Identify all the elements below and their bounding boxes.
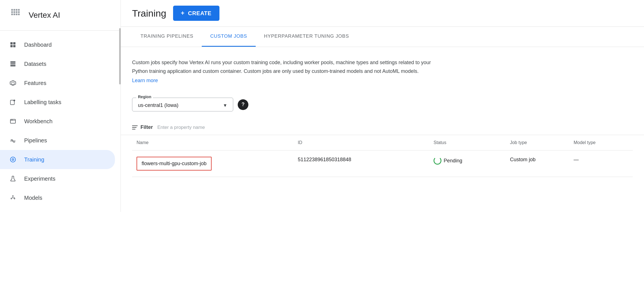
sidebar-item-label-models: Models bbox=[24, 195, 42, 201]
content-area: Custom jobs specify how Vertex AI runs y… bbox=[121, 47, 644, 287]
create-button[interactable]: + CREATE bbox=[173, 6, 219, 21]
job-id-cell: 5112238961850318848 bbox=[293, 151, 429, 177]
region-help-icon[interactable]: ? bbox=[238, 99, 248, 110]
svg-rect-16 bbox=[10, 61, 15, 63]
svg-rect-17 bbox=[10, 63, 15, 64]
svg-point-30 bbox=[14, 198, 15, 199]
sidebar-item-pipelines[interactable]: Pipelines bbox=[0, 131, 115, 150]
svg-rect-3 bbox=[11, 11, 13, 13]
svg-rect-2 bbox=[16, 9, 17, 11]
job-name-cell[interactable]: flowers-multi-gpu-custom-job bbox=[132, 151, 293, 177]
workbench-icon bbox=[8, 117, 17, 126]
job-status-cell: Pending bbox=[429, 151, 505, 177]
status-pending-label: Pending bbox=[444, 158, 462, 164]
sidebar-item-experiments[interactable]: Experiments bbox=[0, 169, 115, 188]
region-select[interactable]: Region us-central1 (Iowa) ▼ bbox=[132, 98, 233, 111]
region-area: Region us-central1 (Iowa) ▼ ? bbox=[121, 92, 644, 120]
app-title: Vertex AI bbox=[29, 11, 60, 20]
svg-rect-8 bbox=[16, 14, 17, 15]
sidebar: Vertex AI Dashboard Datasets bbox=[0, 0, 121, 287]
svg-point-23 bbox=[11, 120, 12, 120]
svg-rect-1 bbox=[13, 9, 15, 11]
features-icon bbox=[8, 79, 17, 88]
datasets-icon bbox=[8, 59, 17, 68]
col-header-status: Status bbox=[429, 135, 505, 151]
dashboard-icon bbox=[8, 40, 17, 49]
svg-rect-15 bbox=[13, 45, 15, 47]
svg-rect-4 bbox=[13, 11, 15, 13]
region-select-wrapper: Region us-central1 (Iowa) ▼ ? bbox=[132, 98, 248, 111]
filter-line-3 bbox=[132, 129, 135, 129]
tab-hyperparameter-tuning-jobs[interactable]: HYPERPARAMETER TUNING JOBS bbox=[256, 27, 358, 47]
col-header-id: ID bbox=[293, 135, 429, 151]
labelling-tasks-icon bbox=[8, 98, 17, 107]
tabs-bar: TRAINING PIPELINES CUSTOM JOBS HYPERPARA… bbox=[121, 27, 644, 47]
sidebar-item-models[interactable]: Models bbox=[0, 188, 115, 207]
sidebar-item-label-datasets: Datasets bbox=[24, 61, 46, 67]
pipelines-icon bbox=[8, 136, 17, 145]
filter-line-1 bbox=[132, 125, 138, 126]
filter-line-2 bbox=[132, 127, 137, 128]
sidebar-item-training[interactable]: Training bbox=[0, 150, 115, 169]
col-header-name: Name bbox=[132, 135, 293, 151]
sidebar-scrollbar[interactable] bbox=[119, 28, 121, 84]
svg-rect-0 bbox=[11, 9, 13, 11]
job-name-highlighted: flowers-multi-gpu-custom-job bbox=[137, 157, 212, 171]
status-pending-icon bbox=[434, 157, 441, 165]
svg-rect-18 bbox=[10, 65, 15, 66]
tab-training-pipelines[interactable]: TRAINING PIPELINES bbox=[132, 27, 202, 47]
svg-point-28 bbox=[12, 195, 13, 196]
sidebar-item-dashboard[interactable]: Dashboard bbox=[0, 35, 115, 54]
sidebar-item-label-labelling-tasks: Labelling tasks bbox=[24, 99, 61, 106]
filter-button[interactable]: Filter bbox=[132, 124, 153, 130]
sidebar-item-features[interactable]: Features bbox=[0, 73, 115, 93]
sidebar-item-label-workbench: Workbench bbox=[24, 118, 53, 125]
svg-rect-10 bbox=[18, 11, 20, 13]
svg-rect-12 bbox=[10, 42, 13, 44]
table-row[interactable]: flowers-multi-gpu-custom-job 51122389618… bbox=[132, 151, 633, 177]
svg-rect-7 bbox=[13, 14, 15, 15]
status-pending: Pending bbox=[434, 157, 501, 165]
vertex-ai-logo bbox=[8, 8, 23, 23]
create-plus-icon: + bbox=[181, 10, 185, 17]
svg-marker-20 bbox=[12, 82, 14, 85]
sidebar-item-labelling-tasks[interactable]: Labelling tasks bbox=[0, 93, 115, 112]
filter-label: Filter bbox=[140, 124, 153, 130]
learn-more-link[interactable]: Learn more bbox=[132, 78, 158, 84]
sidebar-item-label-pipelines: Pipelines bbox=[24, 137, 47, 144]
table-area: Name ID Status Job type Model type flowe… bbox=[121, 135, 644, 177]
region-value: us-central1 (Iowa) bbox=[138, 102, 178, 108]
svg-rect-9 bbox=[18, 9, 20, 11]
training-icon bbox=[8, 155, 17, 164]
col-header-job-type: Job type bbox=[505, 135, 569, 151]
region-label: Region bbox=[136, 95, 153, 99]
description-text: Custom jobs specify how Vertex AI runs y… bbox=[132, 58, 441, 75]
page-title: Training bbox=[132, 8, 166, 19]
svg-rect-5 bbox=[16, 11, 17, 13]
table-header-row: Name ID Status Job type Model type bbox=[132, 135, 633, 151]
sidebar-item-workbench[interactable]: Workbench bbox=[0, 112, 115, 131]
filter-placeholder: Enter a property name bbox=[157, 125, 205, 130]
svg-rect-13 bbox=[13, 42, 15, 44]
svg-point-27 bbox=[12, 159, 13, 160]
sidebar-header: Vertex AI bbox=[0, 0, 121, 30]
region-chevron-icon: ▼ bbox=[223, 103, 227, 108]
sidebar-item-label-dashboard: Dashboard bbox=[24, 42, 52, 48]
svg-rect-22 bbox=[10, 119, 15, 123]
sidebar-item-label-training: Training bbox=[24, 156, 44, 163]
description-area: Custom jobs specify how Vertex AI runs y… bbox=[121, 47, 644, 92]
svg-rect-14 bbox=[10, 45, 13, 47]
svg-rect-6 bbox=[11, 14, 13, 15]
sidebar-item-label-experiments: Experiments bbox=[24, 176, 55, 182]
tab-custom-jobs[interactable]: CUSTOM JOBS bbox=[202, 27, 255, 47]
job-type-cell: Custom job bbox=[505, 151, 569, 177]
svg-rect-11 bbox=[18, 14, 20, 15]
filter-bar: Filter Enter a property name bbox=[121, 120, 644, 135]
jobs-table: Name ID Status Job type Model type flowe… bbox=[132, 135, 633, 177]
main-content: Training + CREATE TRAINING PIPELINES CUS… bbox=[121, 0, 644, 287]
sidebar-nav: Dashboard Datasets Features bbox=[0, 31, 121, 212]
sidebar-item-datasets[interactable]: Datasets bbox=[0, 54, 115, 73]
models-icon bbox=[8, 193, 17, 202]
experiments-icon bbox=[8, 174, 17, 183]
create-button-label: CREATE bbox=[188, 10, 212, 17]
